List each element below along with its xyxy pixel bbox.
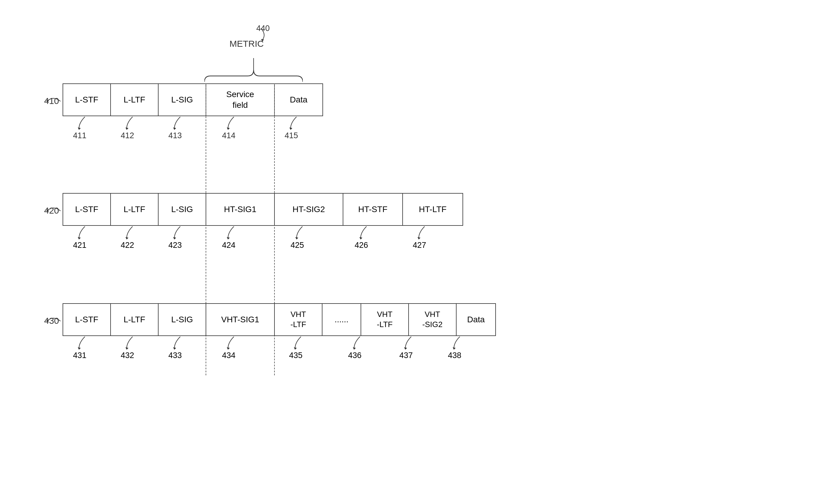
svg-marker-24 [453,347,456,350]
svg-marker-9 [78,237,81,240]
label-432: 432 [121,351,134,360]
svg-marker-10 [125,237,128,240]
connector-413 [171,117,189,132]
connector-425 [294,226,311,241]
connector-435 [292,337,310,352]
svg-marker-7 [261,39,264,41]
metric-brace [204,58,303,84]
connector-421 [76,226,94,241]
svg-marker-22 [353,347,356,350]
cell-lltf-420: L-LTF [111,194,159,225]
cell-dots-430: ...... [322,304,361,336]
svg-marker-2 [125,127,128,130]
connector-431 [76,337,94,352]
connector-426 [357,226,376,241]
label-436: 436 [348,351,362,360]
cell-lsig-410: L-SIG [159,84,206,116]
cell-vhtsig2-430: VHT-SIG2 [409,304,456,336]
cell-lstf-420: L-STF [63,194,111,225]
svg-marker-16 [46,320,49,322]
label-413: 413 [168,131,182,140]
cell-vhtltf1-430: VHT-LTF [275,304,322,336]
svg-marker-15 [417,237,420,240]
connector-415 [288,117,305,132]
connector-434 [225,337,243,352]
cell-vhtltf2-430: VHT-LTF [361,304,409,336]
svg-marker-12 [227,237,230,240]
svg-marker-11 [173,237,176,240]
svg-marker-19 [173,347,176,350]
label-435: 435 [289,351,303,360]
svg-marker-21 [294,347,297,350]
label-422: 422 [121,241,134,250]
connector-427 [416,226,434,241]
connector-411 [76,117,94,132]
svg-marker-1 [78,127,81,130]
cell-lltf-410: L-LTF [111,84,159,116]
cell-lstf-410: L-STF [63,84,111,116]
cell-data-430: Data [456,304,495,336]
cell-lstf-430: L-STF [63,304,111,336]
svg-marker-0 [46,100,49,103]
svg-marker-13 [295,237,298,240]
svg-marker-4 [227,127,230,130]
connector-423 [171,226,189,241]
label-421: 421 [73,241,86,250]
svg-marker-18 [125,347,128,350]
label-414: 414 [222,131,235,140]
connector-432 [124,337,141,352]
label-415: 415 [285,131,298,140]
diagram-container: 410 L-STF L-LTF L-SIG Servicefield Data … [0,0,824,504]
connector-433 [171,337,189,352]
label-426: 426 [354,241,368,250]
cell-service-410: Servicefield [206,84,275,116]
cell-vhtsig1-430: VHT-SIG1 [206,304,275,336]
cell-data-410: Data [275,84,322,116]
connector-436 [351,337,369,352]
svg-marker-23 [404,347,407,350]
cell-htsig2-420: HT-SIG2 [275,194,343,225]
connector-422 [124,226,141,241]
label-431: 431 [73,351,86,360]
cell-lsig-430: L-SIG [159,304,206,336]
cell-lltf-430: L-LTF [111,304,159,336]
svg-marker-3 [173,127,176,130]
svg-marker-14 [359,237,363,240]
metric-ref-arrow [255,28,270,43]
label-437: 437 [399,351,413,360]
connector-437 [402,337,420,352]
svg-marker-17 [78,347,81,350]
label-438: 438 [448,351,461,360]
frame-row-430: L-STF L-LTF L-SIG VHT-SIG1 VHT-LTF .....… [63,303,496,336]
label-427: 427 [413,241,426,250]
label-412: 412 [121,131,134,140]
cell-lsig-420: L-SIG [159,194,206,225]
label-423: 423 [168,241,182,250]
connector-424 [225,226,243,241]
label-424: 424 [222,241,235,250]
frame-row-420: L-STF L-LTF L-SIG HT-SIG1 HT-SIG2 HT-STF… [63,193,463,226]
connector-412 [124,117,141,132]
label-411: 411 [73,131,86,140]
svg-marker-8 [46,210,49,212]
svg-marker-5 [289,127,292,130]
label-425: 425 [291,241,304,250]
connector-438 [451,337,469,352]
cell-htltf-420: HT-LTF [403,194,462,225]
svg-marker-20 [227,347,230,350]
cell-htsig1-420: HT-SIG1 [206,194,275,225]
cell-htstf-420: HT-STF [343,194,403,225]
label-434: 434 [222,351,235,360]
label-433: 433 [168,351,182,360]
connector-414 [225,117,243,132]
frame-row-410: L-STF L-LTF L-SIG Servicefield Data [63,84,323,116]
